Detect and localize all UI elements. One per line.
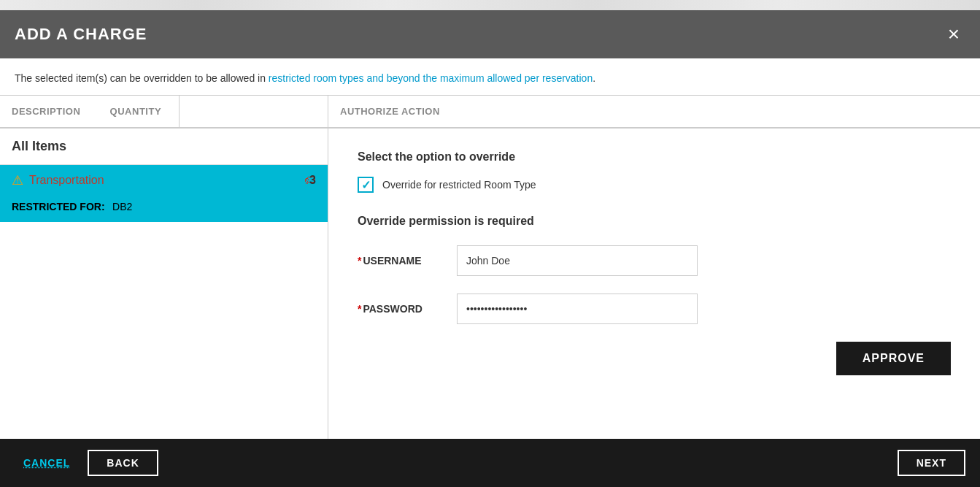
cancel-button[interactable]: CANCEL [15, 451, 79, 475]
all-items-row[interactable]: All Items [0, 129, 328, 165]
checkbox-label: Override for restricted Room Type [382, 179, 536, 191]
checkmark-icon: ✓ [361, 178, 371, 192]
main-content: All Items ⚠ Transportation 🏷 3 RESTRICTE… [0, 129, 980, 439]
section-title: Select the option to override [358, 150, 951, 164]
info-text-after: . [593, 72, 595, 84]
permission-title: Override permission is required [358, 215, 951, 228]
modal-footer: CANCEL BACK NEXT [0, 439, 980, 487]
restricted-row: RESTRICTED FOR: DB2 [0, 196, 328, 222]
close-button[interactable]: × [942, 21, 965, 47]
right-panel: Select the option to override ✓ Override… [328, 129, 980, 439]
info-text-before: The selected item(s) can be overridden t… [15, 72, 269, 84]
required-star-username: * [358, 255, 361, 266]
back-button[interactable]: BACK [88, 450, 158, 476]
column-headers: DESCRIPTION QUANTITY AUTHORIZE ACTION [0, 96, 980, 129]
approve-btn-row: APPROVE [358, 342, 951, 375]
all-items-label: All Items [12, 139, 66, 153]
modal: ADD A CHARGE × The selected item(s) can … [0, 0, 980, 487]
override-checkbox[interactable]: ✓ [358, 177, 374, 193]
item-name: Transportation [29, 174, 298, 187]
username-row: *USERNAME [358, 245, 951, 276]
info-text: The selected item(s) can be overridden t… [15, 72, 595, 84]
info-text-highlight: restricted room types and beyond the max… [269, 72, 593, 84]
password-input[interactable] [457, 294, 698, 324]
username-input[interactable] [457, 245, 698, 276]
warning-icon: ⚠ [12, 172, 23, 188]
password-row: *PASSWORD [358, 294, 951, 324]
quantity-header: QUANTITY [92, 96, 180, 127]
description-header: DESCRIPTION [0, 96, 92, 127]
restricted-value: DB2 [112, 201, 132, 212]
username-label: *USERNAME [358, 255, 445, 266]
override-checkbox-row[interactable]: ✓ Override for restricted Room Type [358, 177, 951, 193]
modal-title: ADD A CHARGE [15, 25, 147, 44]
required-star-password: * [358, 303, 361, 315]
password-label: *PASSWORD [358, 303, 445, 315]
right-column-header: AUTHORIZE ACTION [328, 96, 980, 127]
authorize-action-header: AUTHORIZE ACTION [328, 96, 980, 127]
item-quantity: 3 [309, 174, 316, 187]
approve-button[interactable]: APPROVE [836, 342, 951, 375]
modal-header: ADD A CHARGE × [0, 10, 980, 58]
item-row[interactable]: ⚠ Transportation 🏷 3 [0, 165, 328, 196]
left-column-header: DESCRIPTION QUANTITY [0, 96, 328, 127]
footer-left: CANCEL BACK [15, 450, 158, 476]
next-button[interactable]: NEXT [898, 450, 965, 476]
left-panel: All Items ⚠ Transportation 🏷 3 RESTRICTE… [0, 129, 328, 439]
info-bar: The selected item(s) can be overridden t… [0, 58, 980, 96]
background-blur [0, 0, 980, 10]
restricted-label: RESTRICTED FOR: [12, 201, 105, 212]
